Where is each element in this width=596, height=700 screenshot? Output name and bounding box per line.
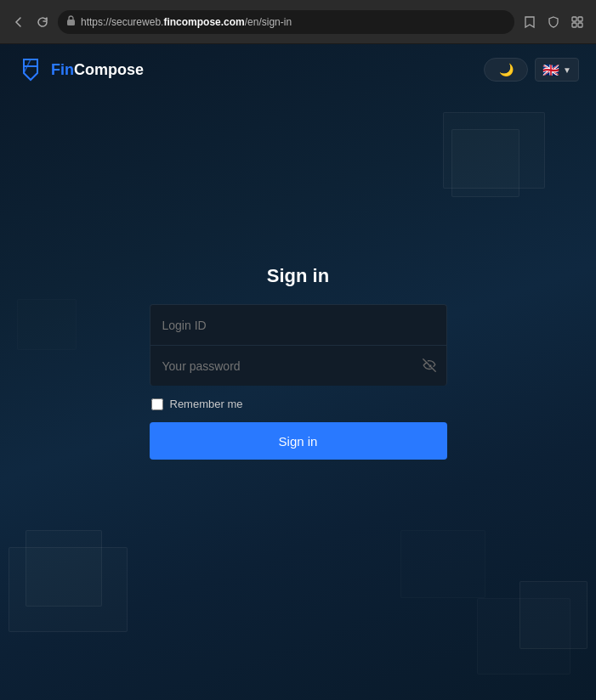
svg-rect-1	[572, 17, 576, 21]
page: FinCompose 🌙 🇬🇧 ▼ Sign in	[0, 44, 596, 700]
signin-container: Sign in Remember me Sign in	[0, 265, 596, 460]
moon-icon: 🌙	[499, 63, 514, 76]
signin-button[interactable]: Sign in	[150, 422, 447, 460]
login-id-input[interactable]	[150, 304, 447, 345]
svg-rect-4	[578, 23, 582, 27]
remember-me-checkbox[interactable]	[151, 398, 163, 410]
remember-me-row: Remember me	[151, 398, 447, 410]
reload-button[interactable]	[34, 14, 51, 31]
url-prefix: https://secureweb.	[81, 16, 163, 28]
remember-me-label[interactable]: Remember me	[170, 398, 243, 410]
chevron-down-icon: ▼	[563, 65, 571, 75]
dark-mode-toggle[interactable]: 🌙	[484, 58, 528, 82]
shield-icon[interactable]	[545, 14, 562, 31]
header-right: 🌙 🇬🇧 ▼	[484, 58, 579, 82]
password-input[interactable]	[150, 345, 447, 386]
extension-icon[interactable]	[569, 14, 586, 31]
flag-icon: 🇬🇧	[542, 62, 559, 78]
password-toggle-icon[interactable]	[422, 358, 437, 373]
back-button[interactable]	[10, 14, 27, 31]
signin-title: Sign in	[267, 265, 329, 287]
browser-action-icons	[521, 14, 586, 31]
signin-form: Remember me Sign in	[150, 304, 447, 460]
logo-icon	[17, 56, 44, 83]
url-domain: fincompose.com	[163, 16, 244, 28]
svg-rect-3	[572, 23, 576, 27]
svg-rect-0	[67, 20, 75, 25]
url-suffix: /en/sign-in	[245, 16, 292, 28]
password-wrapper	[150, 345, 447, 386]
address-bar[interactable]: https://secureweb.fincompose.com/en/sign…	[58, 10, 514, 34]
bookmark-icon[interactable]	[521, 14, 538, 31]
logo: FinCompose	[17, 56, 144, 83]
lock-icon	[66, 15, 76, 28]
svg-rect-2	[578, 17, 582, 21]
logo-compose: Compose	[74, 61, 144, 78]
page-header: FinCompose 🌙 🇬🇧 ▼	[0, 44, 596, 95]
language-selector[interactable]: 🇬🇧 ▼	[535, 58, 579, 82]
url-text: https://secureweb.fincompose.com/en/sign…	[81, 16, 292, 28]
logo-text: FinCompose	[51, 61, 144, 79]
logo-fin: Fin	[51, 61, 74, 78]
browser-chrome: https://secureweb.fincompose.com/en/sign…	[0, 0, 596, 44]
